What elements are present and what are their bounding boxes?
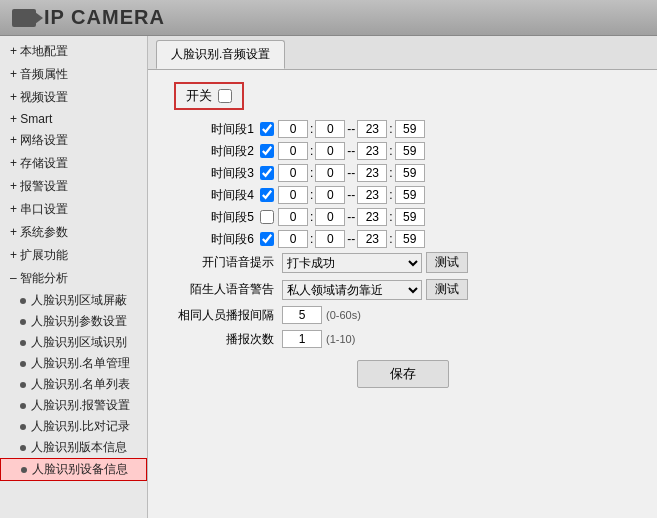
switch-checkbox[interactable] bbox=[218, 89, 232, 103]
seg-start-m-5[interactable] bbox=[315, 208, 345, 226]
bullet-icon bbox=[20, 424, 26, 430]
sidebar-sub-face-version[interactable]: 人脸识别版本信息 bbox=[0, 437, 147, 458]
time-segment-checkbox-2[interactable] bbox=[260, 144, 274, 158]
sidebar-label: 存储设置 bbox=[20, 156, 68, 170]
sidebar-item-network[interactable]: + 网络设置 bbox=[0, 129, 147, 152]
seg-start-h-2[interactable] bbox=[278, 142, 308, 160]
sidebar-sub-face-params[interactable]: 人脸识别参数设置 bbox=[0, 311, 147, 332]
time-segment-checkbox-3[interactable] bbox=[260, 166, 274, 180]
time-segment-checkbox-5[interactable] bbox=[260, 210, 274, 224]
seg-end-h-3[interactable] bbox=[357, 164, 387, 182]
seg-end-m-3[interactable] bbox=[395, 164, 425, 182]
time-segment-row-2: 时间段2:--: bbox=[164, 142, 641, 160]
sidebar-item-local-config[interactable]: + 本地配置 bbox=[0, 40, 147, 63]
bullet-icon bbox=[20, 403, 26, 409]
time-segment-checkbox-1[interactable] bbox=[260, 122, 274, 136]
seg-end-h-2[interactable] bbox=[357, 142, 387, 160]
interval-label: 相同人员播报间隔 bbox=[174, 307, 274, 324]
interval-input[interactable] bbox=[282, 306, 322, 324]
seg-start-m-3[interactable] bbox=[315, 164, 345, 182]
seg-start-m-4[interactable] bbox=[315, 186, 345, 204]
sidebar-sub-label: 人脸识别.比对记录 bbox=[31, 418, 130, 435]
bullet-icon bbox=[20, 298, 26, 304]
open-voice-test-button[interactable]: 测试 bbox=[426, 252, 468, 273]
stranger-voice-select[interactable]: 私人领域请勿靠近 请勿入内 警告 bbox=[282, 280, 422, 300]
sidebar-label: 扩展功能 bbox=[20, 248, 68, 262]
sidebar-sub-face-alarm[interactable]: 人脸识别.报警设置 bbox=[0, 395, 147, 416]
sidebar-sub-label: 人脸识别参数设置 bbox=[31, 313, 127, 330]
seg-start-m-2[interactable] bbox=[315, 142, 345, 160]
time-segment-checkbox-4[interactable] bbox=[260, 188, 274, 202]
sidebar-item-video-settings[interactable]: + 视频设置 bbox=[0, 86, 147, 109]
sidebar-label: 智能分析 bbox=[20, 271, 68, 285]
sidebar-sub-face-list-mgmt[interactable]: 人脸识别.名单管理 bbox=[0, 353, 147, 374]
seg-end-m-6[interactable] bbox=[395, 230, 425, 248]
sidebar-label: 报警设置 bbox=[20, 179, 68, 193]
sidebar-item-extend[interactable]: + 扩展功能 bbox=[0, 244, 147, 267]
time-separator: : bbox=[310, 210, 313, 224]
sidebar-item-system[interactable]: + 系统参数 bbox=[0, 221, 147, 244]
stranger-voice-row: 陌生人语音警告 私人领域请勿靠近 请勿入内 警告 测试 bbox=[164, 279, 641, 300]
sidebar-item-smart[interactable]: + Smart bbox=[0, 109, 147, 129]
sidebar-item-storage[interactable]: + 存储设置 bbox=[0, 152, 147, 175]
stranger-voice-label: 陌生人语音警告 bbox=[174, 281, 274, 298]
time-separator: : bbox=[310, 188, 313, 202]
seg-start-h-6[interactable] bbox=[278, 230, 308, 248]
time-separator: -- bbox=[347, 210, 355, 224]
sidebar-sub-face-zone-id[interactable]: 人脸识别区域识别 bbox=[0, 332, 147, 353]
sidebar: + 本地配置 + 音频属性 + 视频设置 + Smart + 网络设置 + 存储… bbox=[0, 36, 148, 518]
bullet-icon bbox=[20, 382, 26, 388]
time-segments: 时间段1:--:时间段2:--:时间段3:--:时间段4:--:时间段5:--:… bbox=[164, 120, 641, 248]
seg-end-m-1[interactable] bbox=[395, 120, 425, 138]
seg-start-h-1[interactable] bbox=[278, 120, 308, 138]
seg-start-h-5[interactable] bbox=[278, 208, 308, 226]
sidebar-item-ai[interactable]: – 智能分析 bbox=[0, 267, 147, 290]
sidebar-sub-label: 人脸识别.名单管理 bbox=[31, 355, 130, 372]
time-separator: -- bbox=[347, 188, 355, 202]
open-voice-row: 开门语音提示 打卡成功 欢迎光临 请刷脸 测试 bbox=[164, 252, 641, 273]
sidebar-prefix: + bbox=[10, 90, 20, 104]
seg-end-h-6[interactable] bbox=[357, 230, 387, 248]
time-segment-checkbox-6[interactable] bbox=[260, 232, 274, 246]
sidebar-item-audio-props[interactable]: + 音频属性 bbox=[0, 63, 147, 86]
sidebar-label: 网络设置 bbox=[20, 133, 68, 147]
sidebar-prefix: + bbox=[10, 44, 20, 58]
sidebar-sub-face-zone-mask[interactable]: 人脸识别区域屏蔽 bbox=[0, 290, 147, 311]
time-segment-label-1: 时间段1 bbox=[174, 121, 254, 138]
time-separator: : bbox=[310, 166, 313, 180]
seg-end-h-5[interactable] bbox=[357, 208, 387, 226]
sidebar-sub-face-list[interactable]: 人脸识别.名单列表 bbox=[0, 374, 147, 395]
tab-face-audio[interactable]: 人脸识别.音频设置 bbox=[156, 40, 285, 69]
seg-start-m-6[interactable] bbox=[315, 230, 345, 248]
time-segment-row-1: 时间段1:--: bbox=[164, 120, 641, 138]
sidebar-item-alarm[interactable]: + 报警设置 bbox=[0, 175, 147, 198]
open-voice-label: 开门语音提示 bbox=[174, 254, 274, 271]
seg-start-h-3[interactable] bbox=[278, 164, 308, 182]
count-input[interactable] bbox=[282, 330, 322, 348]
seg-end-m-2[interactable] bbox=[395, 142, 425, 160]
sidebar-item-serial[interactable]: + 串口设置 bbox=[0, 198, 147, 221]
time-separator: : bbox=[310, 232, 313, 246]
stranger-voice-test-button[interactable]: 测试 bbox=[426, 279, 468, 300]
seg-end-h-1[interactable] bbox=[357, 120, 387, 138]
sidebar-sub-face-device-info[interactable]: 人脸识别设备信息 bbox=[0, 458, 147, 481]
time-separator: : bbox=[389, 210, 392, 224]
seg-end-m-5[interactable] bbox=[395, 208, 425, 226]
seg-start-h-4[interactable] bbox=[278, 186, 308, 204]
header: IP CAMERA bbox=[0, 0, 657, 36]
sidebar-label: 音频属性 bbox=[20, 67, 68, 81]
time-separator: -- bbox=[347, 122, 355, 136]
time-separator: -- bbox=[347, 166, 355, 180]
sidebar-sub-label: 人脸识别.报警设置 bbox=[31, 397, 130, 414]
save-button[interactable]: 保存 bbox=[357, 360, 449, 388]
time-separator: -- bbox=[347, 144, 355, 158]
time-segment-row-5: 时间段5:--: bbox=[164, 208, 641, 226]
sidebar-prefix: + bbox=[10, 112, 20, 126]
seg-start-m-1[interactable] bbox=[315, 120, 345, 138]
sidebar-sub-face-compare[interactable]: 人脸识别.比对记录 bbox=[0, 416, 147, 437]
open-voice-select[interactable]: 打卡成功 欢迎光临 请刷脸 bbox=[282, 253, 422, 273]
main-layout: + 本地配置 + 音频属性 + 视频设置 + Smart + 网络设置 + 存储… bbox=[0, 36, 657, 518]
seg-end-m-4[interactable] bbox=[395, 186, 425, 204]
seg-end-h-4[interactable] bbox=[357, 186, 387, 204]
sidebar-sub-label: 人脸识别区域屏蔽 bbox=[31, 292, 127, 309]
